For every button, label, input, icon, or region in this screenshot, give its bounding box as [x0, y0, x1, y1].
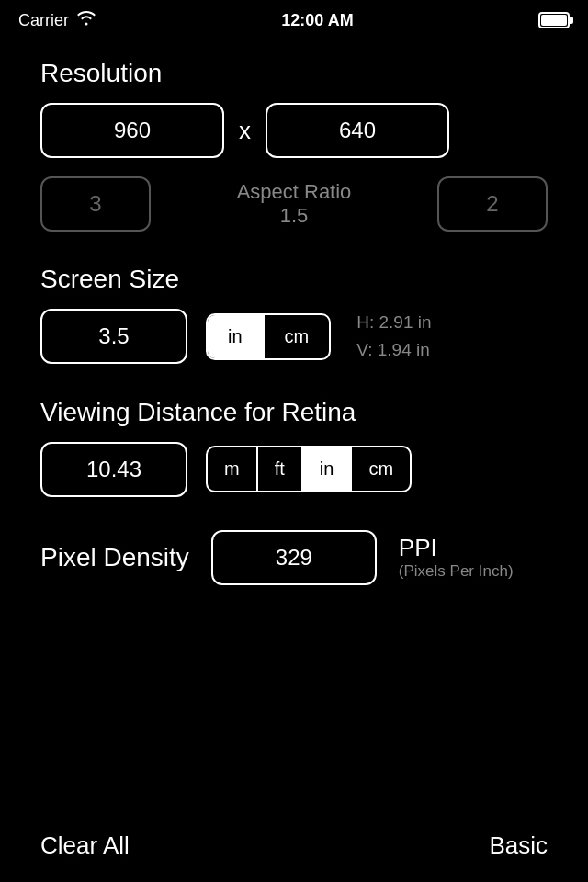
screen-size-label: Screen Size: [40, 265, 548, 294]
times-symbol: x: [239, 117, 251, 145]
bottom-bar: Clear All Basic: [0, 808, 588, 882]
screen-dim-v: V: 1.94 in: [356, 336, 431, 364]
aspect-ratio-row: 3 Aspect Ratio 1.5 2: [40, 176, 548, 232]
screen-size-row: 3.5 in cm H: 2.91 in V: 1.94 in: [40, 309, 548, 365]
screen-size-unit-control: in cm: [206, 313, 331, 360]
status-bar: Carrier 12:00 AM: [0, 0, 588, 40]
ppi-label: PPI: [399, 534, 514, 562]
vd-unit-ft-button[interactable]: ft: [256, 447, 301, 491]
main-content: Resolution 882 x 588 3 Aspect Ratio 1.5 …: [0, 40, 588, 637]
resolution-height-input[interactable]: 640: [266, 103, 449, 158]
aspect-ratio-value: 1.5: [165, 204, 423, 228]
viewing-distance-unit-control: m ft in cm: [206, 446, 412, 492]
status-time: 12:00 AM: [281, 11, 353, 30]
aspect-ratio-left-input[interactable]: 3: [40, 176, 151, 232]
pixel-density-row: Pixel Density 329 PPI (Pixels Per Inch): [40, 530, 548, 585]
vd-unit-in-button[interactable]: in: [301, 447, 351, 491]
vd-unit-cm-button[interactable]: cm: [350, 447, 410, 491]
mode-button[interactable]: Basic: [489, 831, 548, 860]
viewing-distance-input[interactable]: 10.43: [40, 442, 187, 497]
carrier-label: Carrier: [18, 11, 69, 30]
unit-in-button[interactable]: in: [208, 315, 263, 358]
screen-dim-h: H: 2.91 in: [356, 309, 431, 336]
resolution-label: Resolution: [40, 59, 548, 88]
resolution-row: 882 x 588: [40, 103, 548, 158]
aspect-ratio-text: Aspect Ratio: [165, 180, 423, 204]
ppi-subtext: (Pixels Per Inch): [399, 562, 514, 581]
status-right: [538, 12, 570, 28]
pixel-density-input[interactable]: 329: [211, 530, 377, 585]
resolution-section: Resolution 882 x 588 3 Aspect Ratio 1.5 …: [40, 59, 548, 232]
viewing-distance-section: Viewing Distance for Retina 10.43 m ft i…: [40, 398, 548, 497]
pixel-density-label: Pixel Density: [40, 543, 189, 572]
wifi-icon: [76, 11, 96, 29]
pixel-density-section: Pixel Density 329 PPI (Pixels Per Inch): [40, 530, 548, 585]
unit-cm-button[interactable]: cm: [263, 315, 330, 358]
screen-dimensions: H: 2.91 in V: 1.94 in: [356, 309, 431, 365]
battery-icon: [538, 12, 570, 28]
clear-all-button[interactable]: Clear All: [40, 831, 130, 860]
resolution-width-input[interactable]: 960: [40, 103, 224, 158]
ppi-info: PPI (Pixels Per Inch): [399, 534, 514, 581]
vd-unit-m-button[interactable]: m: [208, 447, 256, 491]
status-left: Carrier: [18, 11, 96, 30]
viewing-distance-row: 10.43 m ft in cm: [40, 442, 548, 497]
viewing-distance-label: Viewing Distance for Retina: [40, 398, 548, 427]
screen-size-input[interactable]: 3.5: [40, 309, 187, 364]
aspect-ratio-label: Aspect Ratio 1.5: [165, 180, 423, 228]
screen-size-section: Screen Size 3.5 in cm H: 2.91 in V: 1.94…: [40, 265, 548, 365]
aspect-ratio-right-input[interactable]: 2: [437, 176, 548, 232]
